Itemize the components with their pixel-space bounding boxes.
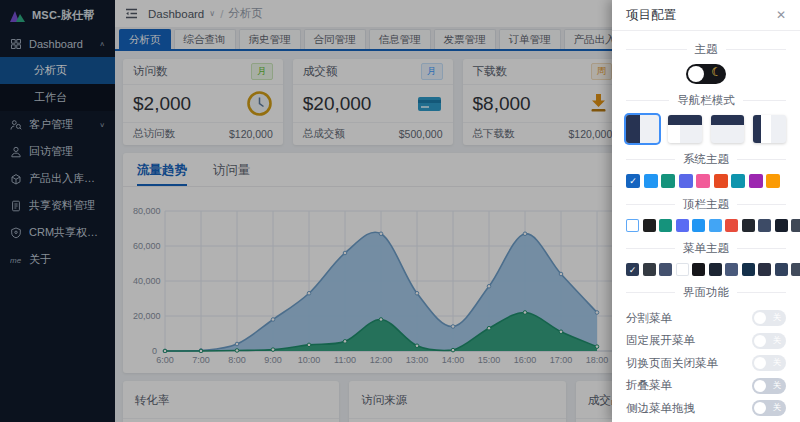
theme-color-swatch[interactable] <box>725 219 738 232</box>
check-icon: ✓ <box>626 263 639 276</box>
feature-row-固定展开菜单: 固定展开菜单 关 <box>626 330 786 353</box>
theme-color-swatch[interactable] <box>696 174 710 188</box>
nav-mode-top-menu[interactable] <box>668 115 701 143</box>
theme-color-swatch[interactable] <box>742 263 755 276</box>
theme-color-swatch[interactable] <box>709 263 722 276</box>
feature-label: 固定展开菜单 <box>626 333 695 348</box>
drawer-header: 项目配置 ✕ <box>612 0 800 31</box>
section-features: 界面功能 <box>626 285 786 300</box>
section-system-theme: 系统主题 <box>626 152 786 167</box>
feature-toggle[interactable]: 关 <box>752 400 786 416</box>
theme-color-swatch[interactable] <box>758 263 771 276</box>
nav-mode-side-menu[interactable] <box>626 115 659 143</box>
theme-color-swatch[interactable] <box>692 219 705 232</box>
topbar-theme-section-label: 顶栏主题 <box>683 197 729 212</box>
moon-icon: ☾ <box>711 65 722 79</box>
topbar-theme-swatches <box>626 219 786 232</box>
toggle-knob <box>754 312 766 324</box>
check-icon: ✓ <box>626 174 640 188</box>
theme-color-swatch[interactable] <box>661 174 675 188</box>
section-topbar-theme: 顶栏主题 <box>626 197 786 212</box>
theme-color-swatch[interactable] <box>643 263 656 276</box>
theme-color-swatch[interactable] <box>692 263 705 276</box>
drawer-body: 主题 ☾ 导航栏模式 系统主题 ✓ 顶栏主题 菜单主题 ✓ <box>612 31 800 422</box>
theme-color-swatch[interactable] <box>676 263 689 276</box>
nav-mode-options <box>626 115 786 143</box>
toggle-knob <box>688 66 704 82</box>
app-root: MSC-脉仕帮 Dashboard∧分析页工作台客户管理∨回访管理产品出入库管理… <box>0 0 800 422</box>
theme-color-swatch[interactable] <box>714 174 728 188</box>
theme-color-swatch[interactable] <box>775 219 788 232</box>
feature-label: 折叠菜单 <box>626 378 672 393</box>
section-menu-theme: 菜单主题 <box>626 241 786 256</box>
feature-label: 分割菜单 <box>626 311 672 326</box>
feature-row-侧边菜单拖拽: 侧边菜单拖拽 关 <box>626 397 786 420</box>
feature-label: 侧边菜单拖拽 <box>626 401 695 416</box>
theme-color-swatch[interactable] <box>659 263 672 276</box>
section-nav-mode: 导航栏模式 <box>626 93 786 108</box>
feature-toggles: 分割菜单 关 固定展开菜单 关 切换页面关闭菜单 关 折叠菜单 关 侧边菜单拖拽… <box>626 307 786 422</box>
theme-color-swatch[interactable] <box>775 263 788 276</box>
feature-row-折叠菜单: 折叠菜单 关 <box>626 375 786 398</box>
theme-color-swatch[interactable] <box>791 263 800 276</box>
theme-color-swatch[interactable]: ✓ <box>626 263 639 276</box>
theme-color-swatch[interactable] <box>659 219 672 232</box>
theme-color-swatch[interactable] <box>643 219 656 232</box>
theme-color-swatch[interactable] <box>749 174 763 188</box>
menu-theme-swatches: ✓ <box>626 263 786 276</box>
toggle-state-text: 关 <box>773 380 782 392</box>
theme-color-swatch[interactable] <box>731 174 745 188</box>
theme-color-swatch[interactable] <box>742 219 755 232</box>
drawer-title: 项目配置 <box>626 7 676 24</box>
feature-label: 切换页面关闭菜单 <box>626 356 718 371</box>
theme-color-swatch[interactable] <box>679 174 693 188</box>
section-theme: 主题 <box>626 42 786 57</box>
features-section-label: 界面功能 <box>683 285 729 300</box>
theme-color-swatch[interactable] <box>676 219 689 232</box>
feature-row-分割菜单: 分割菜单 关 <box>626 307 786 330</box>
theme-color-swatch[interactable] <box>626 219 639 232</box>
theme-color-swatch[interactable] <box>644 174 658 188</box>
theme-color-swatch[interactable]: ✓ <box>626 174 640 188</box>
feature-row-切换页面关闭菜单: 切换页面关闭菜单 关 <box>626 352 786 375</box>
theme-color-swatch[interactable] <box>709 219 722 232</box>
toggle-state-text: 关 <box>773 357 782 369</box>
toggle-knob <box>754 335 766 347</box>
toggle-state-text: 关 <box>773 402 782 414</box>
feature-toggle[interactable]: 关 <box>752 310 786 326</box>
theme-color-swatch[interactable] <box>791 219 800 232</box>
theme-color-swatch[interactable] <box>725 263 738 276</box>
theme-color-swatch[interactable] <box>766 174 780 188</box>
feature-toggle[interactable]: 关 <box>752 378 786 394</box>
toggle-state-text: 关 <box>773 335 782 347</box>
settings-drawer: 项目配置 ✕ 主题 ☾ 导航栏模式 系统主题 ✓ 顶栏主题 <box>612 0 800 422</box>
system-theme-swatches: ✓ <box>626 174 786 188</box>
nav-mode-top-content[interactable] <box>711 115 744 143</box>
nav-mode-mix-menu[interactable] <box>753 115 786 143</box>
toggle-knob <box>754 357 766 369</box>
feature-toggle[interactable]: 关 <box>752 355 786 371</box>
toggle-knob <box>754 380 766 392</box>
system-theme-section-label: 系统主题 <box>683 152 729 167</box>
toggle-state-text: 关 <box>773 312 782 324</box>
dark-mode-toggle[interactable]: ☾ <box>686 64 726 84</box>
theme-section-label: 主题 <box>695 42 718 57</box>
nav-mode-section-label: 导航栏模式 <box>677 93 735 108</box>
toggle-knob <box>754 402 766 414</box>
feature-toggle[interactable]: 关 <box>752 333 786 349</box>
theme-color-swatch[interactable] <box>758 219 771 232</box>
menu-theme-section-label: 菜单主题 <box>683 241 729 256</box>
close-icon[interactable]: ✕ <box>776 8 786 22</box>
